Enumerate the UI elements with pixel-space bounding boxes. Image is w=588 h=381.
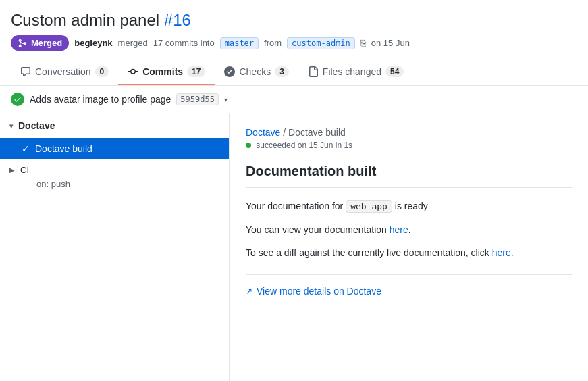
view-details: ↗ View more details on Doctave	[246, 274, 572, 297]
commit-bar: Adds avatar image to profile page 5959d5…	[0, 86, 588, 113]
base-branch-tag[interactable]: master	[220, 37, 259, 49]
pr-meta: Merged begleynk merged 17 commits into m…	[11, 35, 577, 51]
merged-badge: Merged	[11, 35, 69, 51]
ci-expand-icon: ▶	[9, 166, 15, 174]
content-line3: To see a diff against the currently live…	[246, 245, 572, 260]
conversation-icon	[20, 66, 31, 77]
tab-commits-label: Commits	[142, 66, 183, 77]
head-branch-tag[interactable]: custom-admin	[287, 37, 355, 49]
content-line2: You can view your documentation here.	[246, 222, 572, 237]
sidebar-ci-sub-label: on: push	[36, 179, 70, 189]
sidebar-ci-label: CI	[20, 165, 29, 175]
web-app-code: web_app	[346, 200, 392, 213]
group-collapse-icon: ▾	[9, 122, 13, 130]
pr-number: #16	[164, 11, 191, 29]
sidebar-group-doctave-label: Doctave	[18, 120, 55, 131]
line3-prefix: To see a diff against the currently live…	[246, 247, 489, 258]
sidebar-item-doctave-build-label: Doctave build	[35, 143, 92, 154]
files-icon	[308, 66, 319, 77]
pr-from: from	[264, 38, 282, 48]
breadcrumb-job: Doctave build	[288, 127, 346, 138]
tab-conversation-label: Conversation	[35, 66, 91, 77]
view-details-link[interactable]: View more details on Doctave	[257, 286, 381, 297]
content-status: succeeded on 15 Jun in 1s	[246, 141, 572, 150]
sidebar-ci-header[interactable]: ▶ CI	[9, 165, 219, 175]
tab-files-changed[interactable]: Files changed 54	[298, 59, 414, 85]
pr-date: on 15 Jun	[371, 38, 410, 48]
tab-files-changed-count: 54	[385, 66, 404, 77]
sidebar-group-ci: ▶ CI on: push	[0, 159, 229, 199]
content-panel: Doctave / Doctave build succeeded on 15 …	[230, 113, 588, 381]
content-title: Documentation built	[246, 163, 572, 188]
merge-icon	[18, 39, 27, 48]
sidebar-ci-sub: on: push	[9, 175, 219, 193]
checkmark-icon	[14, 95, 22, 103]
external-link-icon: ↗	[246, 286, 252, 296]
content-breadcrumb: Doctave / Doctave build	[246, 127, 572, 138]
pr-title: Custom admin panel #16	[11, 11, 577, 30]
commit-dropdown-icon[interactable]: ▾	[224, 96, 228, 103]
tab-checks-label: Checks	[239, 66, 271, 77]
tab-checks[interactable]: Checks 3	[215, 59, 298, 85]
tab-conversation-count: 0	[95, 66, 109, 77]
merged-badge-label: Merged	[31, 38, 62, 48]
content-body: Your documentation for web_app is ready …	[246, 199, 572, 261]
tab-conversation[interactable]: Conversation 0	[11, 59, 118, 85]
line3-suffix: .	[511, 247, 514, 258]
main-layout: ▾ Doctave ✓ Doctave build ▶ CI on: push	[0, 113, 588, 381]
content-status-text: succeeded on 15 Jun in 1s	[256, 141, 352, 150]
line1-prefix: Your documentation for	[246, 201, 343, 211]
tab-files-changed-label: Files changed	[323, 66, 381, 77]
breadcrumb-org-link[interactable]: Doctave	[246, 127, 280, 138]
line2-prefix: You can view your documentation	[246, 224, 387, 235]
checks-icon	[224, 66, 235, 77]
commits-icon	[128, 66, 138, 77]
sidebar-item-doctave-build[interactable]: ✓ Doctave build	[0, 138, 229, 159]
commit-hash: 5959d55	[176, 93, 219, 105]
pr-author: begleynk	[74, 38, 112, 48]
copy-icon[interactable]: ⎘	[360, 38, 366, 48]
tabs-bar: Conversation 0 Commits 17 Checks 3 Files…	[0, 59, 588, 86]
item-check-icon: ✓	[22, 143, 30, 154]
breadcrumb-sep: /	[283, 127, 288, 138]
commit-status-check	[11, 93, 24, 106]
pr-commits-count: 17 commits into	[153, 38, 215, 48]
sidebar: ▾ Doctave ✓ Doctave build ▶ CI on: push	[0, 113, 230, 381]
status-dot-icon	[246, 143, 251, 148]
page-container: Custom admin panel #16 Merged begleynk m…	[0, 0, 588, 381]
pr-header: Custom admin panel #16 Merged begleynk m…	[0, 0, 588, 59]
here-link-2[interactable]: here	[492, 247, 511, 258]
line2-suffix: .	[408, 224, 411, 235]
sidebar-group-doctave[interactable]: ▾ Doctave	[0, 113, 229, 138]
pr-title-text: Custom admin panel	[11, 11, 159, 29]
line1-suffix: is ready	[395, 201, 428, 211]
pr-action: merged	[118, 38, 148, 48]
tab-checks-count: 3	[275, 66, 289, 77]
tab-commits-count: 17	[187, 66, 205, 77]
here-link-1[interactable]: here	[390, 224, 408, 235]
tab-commits[interactable]: Commits 17	[118, 59, 215, 85]
content-line1: Your documentation for web_app is ready	[246, 199, 572, 214]
commit-title: Adds avatar image to profile page	[30, 94, 171, 105]
